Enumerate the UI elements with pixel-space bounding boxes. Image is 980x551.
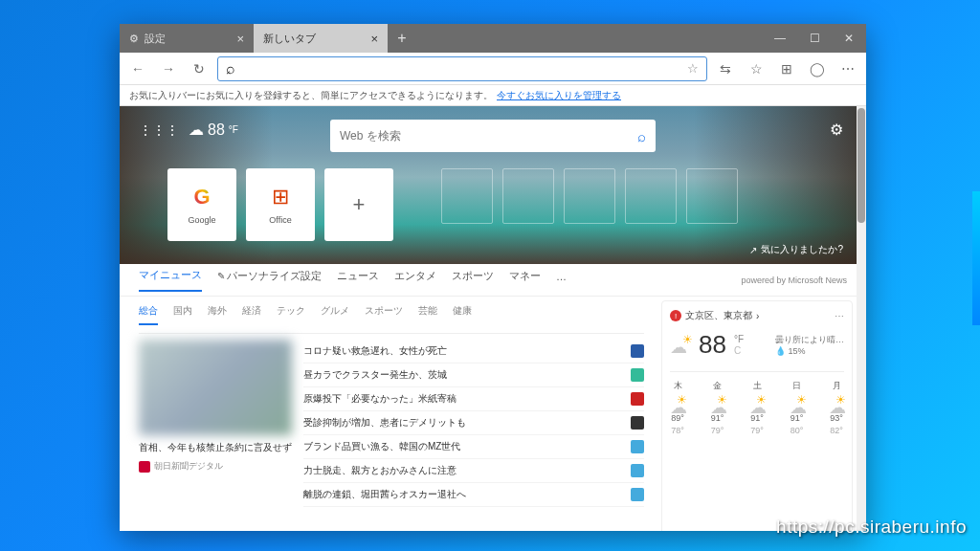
back-button[interactable]: ←: [125, 56, 150, 81]
forecast-day[interactable]: 金91°79°: [710, 380, 725, 435]
tile-empty[interactable]: [502, 168, 554, 224]
hero-top-left: ⋮⋮⋮ ☁ 88 °F: [139, 121, 238, 139]
subtab-domestic[interactable]: 国内: [173, 304, 192, 325]
weather-mini[interactable]: ☁ 88 °F: [189, 121, 238, 139]
nav-sports[interactable]: スポーツ: [452, 269, 494, 291]
tab-newtab[interactable]: 新しいタブ ×: [254, 24, 388, 53]
more-icon[interactable]: ⋯: [835, 311, 844, 321]
alert-icon: !: [670, 310, 681, 321]
low-temp: 80°: [791, 426, 804, 435]
address-bar[interactable]: ⌕ ☆: [217, 56, 707, 81]
quick-tiles: G Google ⊞ Office +: [167, 168, 738, 241]
day-label: 日: [792, 380, 801, 392]
weather-summary: 曇り所により晴… 💧 15%: [775, 334, 844, 356]
tile-add[interactable]: +: [324, 168, 393, 241]
office-icon: ⊞: [272, 185, 289, 209]
favorites-button[interactable]: ☆: [744, 56, 768, 81]
low-temp: 79°: [711, 426, 724, 435]
feedback-label: 気に入りましたか?: [761, 243, 843, 256]
tile-label: Office: [269, 215, 291, 225]
hero-feedback[interactable]: ↗ 気に入りましたか?: [749, 243, 843, 256]
nav-mynews[interactable]: マイニュース: [139, 268, 202, 292]
forecast-day[interactable]: 月93°82°: [829, 380, 844, 435]
nav-money[interactable]: マネー: [509, 269, 541, 291]
refresh-button[interactable]: ↻: [187, 56, 212, 81]
chevron-right-icon: ›: [756, 311, 759, 321]
nav-entertainment[interactable]: エンタメ: [394, 269, 436, 291]
google-icon: G: [193, 185, 210, 209]
tile-empty[interactable]: [564, 168, 615, 224]
headline-item[interactable]: 力士脱走、親方とおかみさんに注意: [303, 459, 644, 483]
low-temp: 78°: [671, 426, 684, 435]
address-input[interactable]: [241, 62, 681, 76]
low-temp: 82°: [830, 426, 843, 435]
headline-item[interactable]: 昼カラでクラスター発生か、茨城: [303, 364, 644, 387]
tile-office[interactable]: ⊞ Office: [246, 168, 315, 241]
new-tab-button[interactable]: +: [388, 24, 416, 53]
profile-button[interactable]: ◯: [805, 56, 830, 81]
tab-label: 新しいタブ: [263, 32, 316, 46]
featured-story[interactable]: 首相、今年も核禁止条約に言及せず 朝日新聞デジタル: [139, 340, 292, 507]
partly-cloudy-icon: [790, 395, 805, 410]
weather-location[interactable]: 文京区、東京都: [685, 309, 752, 322]
maximize-button[interactable]: ☐: [797, 24, 832, 53]
favorite-icon[interactable]: ☆: [687, 61, 699, 76]
page-settings-icon[interactable]: ⚙: [830, 121, 843, 139]
tile-empty[interactable]: [686, 168, 738, 224]
tile-google[interactable]: G Google: [167, 168, 236, 241]
extensions-button[interactable]: ⇆: [713, 56, 738, 81]
scroll-thumb[interactable]: [858, 108, 865, 223]
forecast-day[interactable]: 土91°79°: [749, 380, 765, 435]
day-label: 金: [713, 380, 722, 392]
subtab-all[interactable]: 総合: [139, 304, 158, 325]
tile-empty[interactable]: [441, 168, 493, 224]
close-icon[interactable]: ×: [370, 32, 378, 46]
forecast-day[interactable]: 日91°80°: [790, 380, 805, 435]
subtab-economy[interactable]: 経済: [242, 304, 261, 325]
tile-empty[interactable]: [625, 168, 677, 224]
close-icon[interactable]: ×: [236, 32, 244, 46]
forward-button[interactable]: →: [156, 56, 181, 81]
subtab-gourmet[interactable]: グルメ: [321, 304, 349, 325]
headline-item[interactable]: コロナ疑い救急遅れ、女性が死亡: [303, 340, 644, 364]
headline-item[interactable]: 受診抑制が増加、患者にデメリットも: [303, 411, 644, 435]
hero-unit: °F: [229, 124, 238, 135]
partly-cloudy-icon: [710, 395, 725, 410]
subtab-world[interactable]: 海外: [208, 304, 227, 325]
web-search-box[interactable]: ⌕: [330, 120, 656, 152]
scrollbar[interactable]: [857, 106, 866, 531]
search-icon[interactable]: ⌕: [637, 128, 646, 144]
forecast-day[interactable]: 木89°78°: [670, 380, 685, 435]
subtab-tech[interactable]: テック: [277, 304, 305, 325]
nav-news[interactable]: ニュース: [337, 269, 379, 291]
weather-units[interactable]: °FC: [734, 334, 744, 357]
hero-banner: ⋮⋮⋮ ☁ 88 °F ⚙ ⌕ G Google: [120, 106, 866, 264]
tab-settings[interactable]: ⚙ 設定 ×: [120, 24, 254, 53]
subtab-health[interactable]: 健康: [453, 304, 472, 325]
day-label: 月: [833, 380, 841, 392]
minimize-button[interactable]: —: [763, 24, 797, 53]
source-badge: [631, 464, 644, 477]
weather-card[interactable]: ! 文京区、東京都 › ⋯ 88 °FC 曇り所により晴… 💧 15%: [661, 300, 853, 531]
collections-button[interactable]: ⊞: [774, 56, 799, 81]
featured-title: 首相、今年も核禁止条約に言及せず: [139, 441, 292, 454]
headline-text: 力士脱走、親方とおかみさんに注意: [303, 464, 457, 477]
headline-item[interactable]: 離脱の連鎖、堀田茜らオスカー退社へ: [303, 483, 644, 507]
subtab-entertainment[interactable]: 芸能: [418, 304, 437, 325]
subtab-sports[interactable]: スポーツ: [365, 304, 403, 325]
web-search-input[interactable]: [340, 129, 637, 143]
tab-label: 設定: [145, 32, 166, 46]
favbar-text: お気に入りバーにお気に入りを登録すると、簡単にアクセスできるようになります。: [129, 89, 493, 102]
more-button[interactable]: ⋯: [835, 56, 860, 81]
headline-item[interactable]: ブランド品買い漁る、韓国のMZ世代: [303, 435, 644, 459]
headline-item[interactable]: 原爆投下「必要なかった」米紙寄稿: [303, 387, 644, 411]
source-badge: [631, 392, 644, 406]
close-button[interactable]: ✕: [832, 24, 866, 53]
low-temp: 79°: [750, 426, 764, 435]
nav-personalize[interactable]: ✎パーソナライズ設定: [217, 269, 322, 291]
source-badge: [631, 488, 644, 501]
app-launcher-icon[interactable]: ⋮⋮⋮: [139, 122, 179, 138]
nav-more[interactable]: …: [556, 271, 567, 290]
favbar-manage-link[interactable]: 今すぐお気に入りを管理する: [497, 89, 621, 102]
news-body: 首相、今年も核禁止条約に言及せず 朝日新聞デジタル コロナ疑い救急遅れ、女性が死…: [139, 340, 644, 507]
